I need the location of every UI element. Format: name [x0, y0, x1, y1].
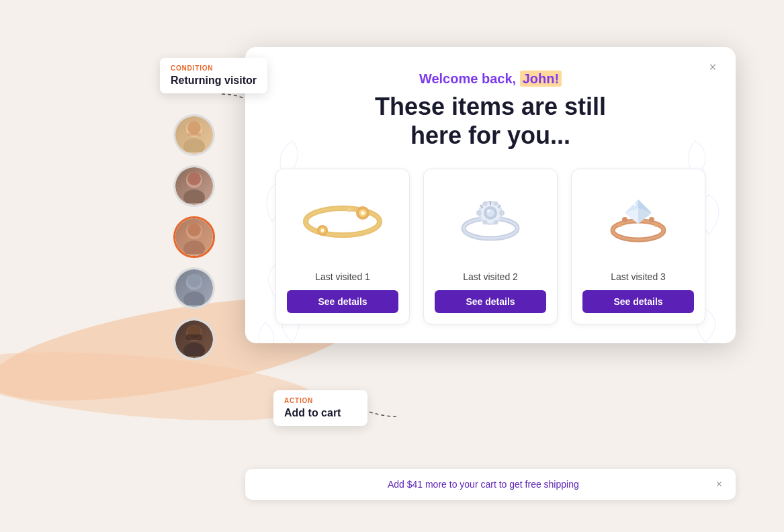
- avatar-1[interactable]: [173, 114, 215, 156]
- svg-point-28: [355, 208, 358, 211]
- welcome-text: Welcome back, John!: [272, 71, 709, 87]
- avatar-3-active[interactable]: [173, 216, 215, 258]
- avatars-column: [173, 114, 215, 360]
- svg-point-14: [183, 343, 205, 356]
- shipping-bar-text: Add $41 more to your cart to get free sh…: [259, 479, 708, 490]
- svg-point-54: [622, 217, 627, 222]
- see-details-button-3[interactable]: See details: [582, 290, 694, 313]
- modal-body: Welcome back, John! These items are stil…: [245, 47, 736, 343]
- welcome-label: Welcome back, John!: [419, 71, 562, 87]
- product-card-1: Last visited 1 See details: [275, 169, 410, 324]
- see-details-button-2[interactable]: See details: [435, 290, 546, 313]
- condition-label: CONDITION: [171, 64, 257, 72]
- svg-point-39: [476, 210, 482, 216]
- see-details-button-1[interactable]: See details: [287, 290, 398, 313]
- shipping-bar-close[interactable]: ×: [716, 478, 722, 490]
- action-value: Add to cart: [284, 407, 357, 419]
- action-label: ACTION: [284, 397, 357, 404]
- main-modal: × Welcome back, John! These items are st…: [245, 47, 736, 343]
- action-tag: ACTION Add to cart: [273, 390, 367, 426]
- bottom-shipping-bar: Add $41 more to your cart to get free sh…: [245, 469, 736, 500]
- svg-rect-16: [186, 335, 202, 340]
- svg-point-55: [649, 217, 654, 222]
- svg-point-38: [487, 210, 490, 212]
- svg-point-26: [361, 211, 365, 215]
- svg-point-12: [187, 274, 201, 287]
- svg-rect-3: [187, 133, 201, 136]
- svg-point-31: [321, 229, 324, 232]
- svg-point-58: [634, 204, 636, 206]
- product-card-3: Last visited 3 See details: [571, 169, 705, 324]
- product-title-3: Last visited 3: [582, 271, 694, 282]
- modal-content: Welcome back, John! These items are stil…: [272, 71, 709, 324]
- product-title-2: Last visited 2: [435, 271, 546, 282]
- svg-point-44: [494, 220, 498, 225]
- avatar-2[interactable]: [173, 165, 215, 207]
- products-grid: Last visited 1 See details: [272, 169, 709, 324]
- svg-point-2: [187, 121, 201, 134]
- product-image-1: [289, 181, 396, 262]
- svg-point-8: [183, 240, 205, 254]
- avatar-5[interactable]: [173, 318, 215, 360]
- svg-point-40: [499, 210, 505, 216]
- svg-point-1: [183, 138, 205, 152]
- product-image-2: [437, 181, 544, 262]
- svg-point-57: [654, 223, 658, 227]
- condition-tag: CONDITION Returning visitor: [160, 58, 267, 93]
- svg-point-41: [483, 202, 488, 206]
- svg-point-6: [187, 172, 201, 185]
- svg-point-9: [187, 223, 201, 236]
- product-title-1: Last visited 1: [287, 271, 398, 282]
- condition-value: Returning visitor: [171, 75, 257, 87]
- avatar-4[interactable]: [173, 267, 215, 309]
- svg-point-42: [494, 202, 498, 206]
- welcome-name: John!: [520, 71, 562, 87]
- svg-point-27: [347, 208, 351, 212]
- product-image-3: [584, 181, 692, 262]
- svg-point-5: [183, 189, 205, 203]
- svg-point-11: [183, 292, 205, 305]
- svg-point-43: [483, 220, 488, 225]
- product-card-2: Last visited 2 See details: [423, 169, 558, 324]
- svg-point-56: [618, 223, 622, 227]
- modal-close-button[interactable]: ×: [703, 58, 722, 77]
- modal-headline: These items are still here for you...: [272, 92, 709, 150]
